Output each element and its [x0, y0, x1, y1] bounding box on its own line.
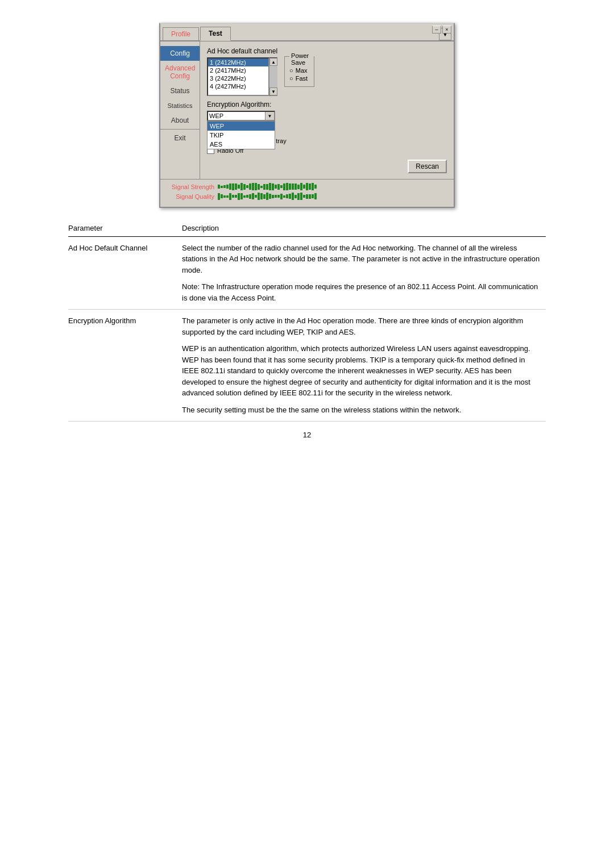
signal-bar: [258, 184, 260, 190]
sidebar-item-about[interactable]: About: [160, 113, 200, 128]
channel-item-2[interactable]: 2 (2417MHz): [208, 66, 268, 74]
signal-bar: [249, 183, 251, 190]
signal-bar: [235, 195, 237, 198]
power-save-title: Power Save: [289, 52, 314, 66]
tab-test[interactable]: Test: [200, 27, 231, 41]
ui-window: Profile Test ▼ – × Config: [159, 23, 455, 208]
signal-bar: [314, 185, 317, 189]
signal-bar: [272, 183, 274, 190]
signal-strength-bars: [218, 183, 317, 190]
tab-profile[interactable]: Profile: [163, 27, 199, 40]
radio-max[interactable]: ○ Max: [289, 67, 309, 74]
dropdown-arrow-icon[interactable]: ▼: [265, 112, 274, 120]
desc-adhoc: Select the number of the radio channel u…: [182, 236, 546, 310]
signal-bar: [286, 183, 288, 190]
signal-bar: [289, 183, 291, 190]
config-panel: Ad Hoc default channel 1 (2412MHz) 2 (24…: [200, 41, 454, 179]
signal-bar: [232, 183, 234, 190]
desc-enc-p2: WEP is an authentication algorithm, whic…: [182, 343, 541, 399]
signal-bar: [221, 194, 223, 198]
scroll-down-arrow[interactable]: ▼: [269, 87, 277, 95]
tab-bar: Profile Test ▼ – ×: [160, 24, 454, 41]
signal-bar: [243, 184, 246, 190]
sidebar-item-config[interactable]: Config: [160, 46, 200, 61]
rescan-button[interactable]: Rescan: [408, 160, 447, 173]
desc-encryption: The parameter is only active in the Ad H…: [182, 310, 546, 422]
sidebar: Config Advanced Config Status Statistics…: [160, 41, 200, 179]
signal-bar: [252, 183, 254, 190]
power-save-section: Power Save ● CAM ○ Max ○ Fast: [284, 56, 314, 96]
signal-bar: [249, 194, 251, 199]
channel-listbox[interactable]: 1 (2412MHz) 2 (2417MHz) 3 (2422MHz) 4 (2: [207, 57, 269, 96]
col-header-parameter: Parameter: [68, 219, 182, 236]
desc-enc-p3: The security setting must be the the sam…: [182, 404, 541, 416]
page-wrapper: Profile Test ▼ – × Config: [0, 0, 614, 868]
signal-bar: [294, 195, 297, 198]
power-save-group: Power Save ● CAM ○ Max ○ Fast: [284, 56, 314, 87]
signal-bar: [240, 193, 243, 199]
scroll-up-arrow[interactable]: ▲: [269, 58, 277, 66]
enc-option-aes[interactable]: AES: [208, 140, 275, 149]
bottom-section: Parameter Description Ad Hoc Default Cha…: [51, 219, 563, 439]
desc-enc-p1: The parameter is only active in the Ad H…: [182, 316, 523, 336]
signal-quality-bars: [218, 193, 317, 200]
adhoc-section: Ad Hoc default channel 1 (2412MHz) 2 (24…: [207, 47, 277, 96]
channel-item-4[interactable]: 4 (2427MHz): [208, 82, 268, 90]
signal-bar: [280, 194, 283, 199]
table-row-adhoc: Ad Hoc Default Channel Select the number…: [68, 236, 546, 310]
signal-bar: [292, 183, 294, 190]
signal-bar: [269, 194, 271, 199]
main-area: Config Advanced Config Status Statistics…: [160, 41, 454, 179]
minimize-button[interactable]: –: [432, 26, 441, 34]
signal-bar: [306, 183, 308, 190]
signal-bar: [258, 193, 260, 200]
signal-bar: [260, 186, 263, 188]
channel-scrollbar[interactable]: ▲ ▼: [269, 57, 277, 96]
adhoc-label: Ad Hoc default channel: [207, 47, 277, 55]
encryption-dropdown[interactable]: WEP ▼: [207, 111, 275, 121]
signal-bar: [312, 194, 314, 198]
signal-bar: [292, 193, 294, 200]
signal-bar: [243, 195, 246, 198]
signal-strength-label: Signal Strength: [166, 183, 214, 190]
signal-bar: [269, 183, 271, 190]
signal-bar: [232, 195, 234, 198]
param-encryption: Encryption Algorithm: [68, 310, 182, 422]
sidebar-item-statistics[interactable]: Statistics: [160, 98, 200, 113]
signal-bar: [309, 183, 311, 190]
sidebar-divider: [160, 129, 200, 130]
signal-bar: [235, 183, 237, 190]
signal-bar: [252, 193, 254, 199]
signal-bar: [297, 193, 300, 200]
sidebar-item-exit[interactable]: Exit: [160, 131, 200, 145]
signal-bar: [263, 194, 265, 199]
signal-bar: [300, 183, 302, 190]
signal-bar: [286, 194, 288, 198]
signal-bar: [303, 195, 305, 198]
signal-bar: [223, 195, 226, 198]
signal-bar: [300, 193, 302, 200]
signal-bar: [306, 194, 308, 199]
channel-item-3[interactable]: 3 (2422MHz): [208, 74, 268, 82]
table-header-row: Parameter Description: [68, 219, 546, 236]
sidebar-item-status[interactable]: Status: [160, 84, 200, 98]
signal-bar: [226, 185, 229, 189]
signal-bar: [272, 195, 274, 198]
desc-adhoc-p1: Select the number of the radio channel u…: [182, 244, 540, 274]
close-button[interactable]: ×: [442, 26, 451, 34]
enc-option-wep[interactable]: WEP: [208, 122, 275, 131]
enc-option-tkip[interactable]: TKIP: [208, 131, 275, 140]
channel-item-1[interactable]: 1 (2412MHz): [208, 59, 268, 66]
signal-bar: [303, 185, 305, 189]
radio-fast[interactable]: ○ Fast: [289, 75, 309, 82]
scrollbar-track: [269, 66, 277, 87]
signal-bar: [266, 184, 268, 190]
signal-bar: [275, 195, 277, 198]
signal-bar: [314, 193, 317, 199]
sidebar-item-advanced-config[interactable]: Advanced Config: [160, 61, 200, 84]
signal-bar: [280, 185, 283, 188]
rescan-row: Rescan: [207, 160, 447, 173]
signal-bar: [255, 183, 257, 190]
signal-bar: [283, 195, 285, 198]
signal-quality-row: Signal Quality: [166, 193, 448, 200]
